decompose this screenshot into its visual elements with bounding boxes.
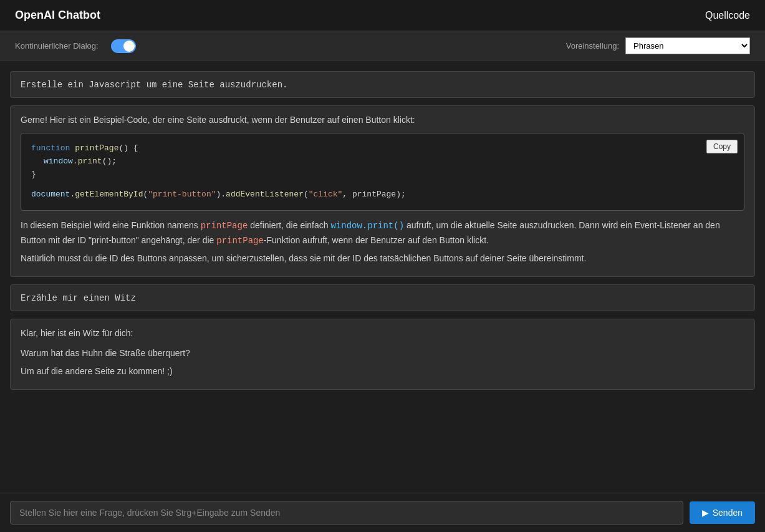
copy-button[interactable]: Copy bbox=[706, 140, 738, 153]
preset-section: Voreinstellung: Phrasen Standard Kreativ… bbox=[566, 37, 750, 54]
send-label: Senden bbox=[713, 508, 743, 518]
user-message-1-text: Erstelle ein Javascript um eine Seite au… bbox=[21, 80, 287, 90]
user-message-2-text: Erzähle mir einen Witz bbox=[21, 293, 136, 303]
source-code-link[interactable]: Quellcode bbox=[705, 10, 750, 21]
chat-input[interactable] bbox=[10, 501, 683, 525]
code-block-1: Copy function printPage() { window.print… bbox=[21, 133, 744, 211]
assistant-intro-2: Klar, hier ist ein Witz für dich: bbox=[21, 327, 744, 340]
send-button[interactable]: ▶ Senden bbox=[690, 501, 755, 524]
assistant-intro-1: Gerne! Hier ist ein Beispiel-Code, der e… bbox=[21, 114, 744, 127]
assistant-message-1: Gerne! Hier ist ein Beispiel-Code, der e… bbox=[10, 105, 755, 277]
toggle-switch[interactable] bbox=[111, 39, 136, 53]
toggle-knob bbox=[123, 41, 135, 52]
code-line-3: } bbox=[31, 168, 734, 181]
chat-area: Erstelle ein Javascript um eine Seite au… bbox=[0, 61, 765, 493]
assistant-body-1: In diesem Beispiel wird eine Funktion na… bbox=[21, 218, 744, 265]
code-line-1: function printPage() { bbox=[31, 142, 734, 155]
assistant-message-2: Klar, hier ist ein Witz für dich: Warum … bbox=[10, 319, 755, 390]
input-area: ▶ Senden bbox=[0, 493, 765, 532]
continuous-dialog-toggle[interactable] bbox=[111, 39, 136, 53]
user-message-2: Erzähle mir einen Witz bbox=[10, 284, 755, 311]
continuous-dialog-label: Kontinuierlicher Dialog: bbox=[15, 41, 99, 51]
preset-select[interactable]: Phrasen Standard Kreativ Präzise bbox=[625, 37, 750, 54]
empty-chat-space bbox=[10, 397, 755, 472]
user-message-1: Erstelle ein Javascript um eine Seite au… bbox=[10, 71, 755, 98]
app-header: OpenAI Chatbot Quellcode bbox=[0, 0, 765, 31]
joke-line-2: Um auf die andere Seite zu kommen! ;) bbox=[21, 364, 744, 378]
toolbar: Kontinuierlicher Dialog: Voreinstellung:… bbox=[0, 31, 765, 61]
assistant-body-p1: In diesem Beispiel wird eine Funktion na… bbox=[21, 218, 744, 248]
assistant-body-p2: Natürlich musst du die ID des Buttons an… bbox=[21, 251, 744, 265]
send-icon: ▶ bbox=[702, 508, 709, 518]
joke-line-1: Warum hat das Huhn die Straße überquert? bbox=[21, 346, 744, 360]
code-line-2: window.print(); bbox=[31, 155, 734, 168]
preset-label: Voreinstellung: bbox=[566, 41, 619, 51]
app-title: OpenAI Chatbot bbox=[15, 9, 100, 22]
assistant-body-2: Warum hat das Huhn die Straße überquert?… bbox=[21, 346, 744, 378]
code-line-4: document.getElementById("print-button").… bbox=[31, 188, 734, 201]
